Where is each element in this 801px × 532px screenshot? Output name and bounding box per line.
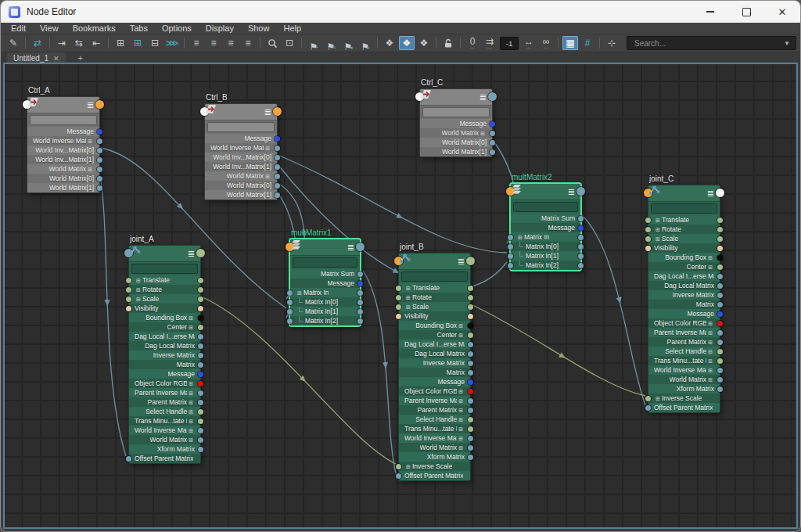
bookmark-edit-button[interactable]: ⚑✎ bbox=[323, 36, 339, 50]
output-plug-pin[interactable] bbox=[468, 351, 473, 357]
attribute-row-matrix-in-2[interactable]: Matrix In[2] bbox=[290, 316, 360, 325]
input-plug-pin[interactable] bbox=[396, 295, 401, 300]
close-button[interactable]: ✕ bbox=[764, 1, 800, 23]
menu-item-help[interactable]: Help bbox=[276, 23, 308, 33]
header-input-pin[interactable] bbox=[23, 100, 31, 109]
expand-icon[interactable]: ⊞ bbox=[406, 286, 411, 291]
infinite-depth-button[interactable]: ∞⋯ bbox=[538, 36, 554, 50]
output-plug-pin[interactable] bbox=[468, 342, 473, 347]
node-name-field[interactable] bbox=[131, 264, 198, 274]
input-plug-pin[interactable] bbox=[396, 473, 401, 479]
output-plug-pin[interactable] bbox=[198, 315, 203, 321]
attribute-row-dag-local-matrix[interactable]: Dag Local Matrix bbox=[399, 349, 470, 358]
expand-icon[interactable]: ⊞ bbox=[88, 167, 92, 172]
attach-to-grid-button[interactable]: # bbox=[580, 36, 595, 50]
output-plug-pin[interactable] bbox=[468, 286, 473, 291]
attribute-row-message[interactable]: Message bbox=[129, 369, 200, 379]
node-ctrl-a[interactable]: Ctrl_A≣MessageWorld Inverse Matrix⊞World… bbox=[27, 96, 100, 193]
attribute-row-center[interactable]: Center⊞ bbox=[129, 322, 200, 332]
attribute-row-dag-local-i-erse-matrix[interactable]: Dag Local I...erse Matrix bbox=[399, 340, 470, 349]
node-header[interactable]: ≣ bbox=[27, 97, 99, 113]
output-plug-pin[interactable] bbox=[198, 409, 203, 415]
expand-icon[interactable]: ⊞ bbox=[297, 290, 302, 296]
attribute-row-select-handle[interactable]: Select Handle⊞ bbox=[129, 407, 200, 416]
output-plug-pin[interactable] bbox=[717, 330, 723, 336]
output-plug-pin[interactable] bbox=[717, 246, 723, 251]
header-input-pin[interactable] bbox=[506, 187, 515, 196]
expand-icon[interactable]: ⊞ bbox=[708, 368, 713, 373]
expand-icon[interactable]: ⊞ bbox=[406, 295, 411, 300]
node-menu-icon[interactable]: ≣ bbox=[347, 243, 354, 252]
attribute-row-matrix-sum[interactable]: Matrix Sum bbox=[290, 269, 360, 279]
output-plug-pin[interactable] bbox=[97, 157, 102, 163]
node-name-field[interactable] bbox=[207, 122, 275, 132]
expand-icon[interactable]: ⊞ bbox=[189, 428, 193, 433]
expand-icon[interactable]: ⊞ bbox=[708, 330, 713, 336]
attribute-row-message[interactable]: Message bbox=[290, 279, 360, 288]
output-connections-button[interactable]: ⇤ bbox=[88, 36, 104, 50]
node-name-field[interactable] bbox=[422, 107, 490, 117]
output-plug-pin[interactable] bbox=[275, 183, 280, 189]
header-output-pin[interactable] bbox=[488, 92, 497, 101]
output-plug-pin[interactable] bbox=[578, 235, 584, 240]
node-menu-icon[interactable]: ≣ bbox=[264, 108, 271, 117]
input-plug-pin[interactable] bbox=[508, 235, 513, 240]
attribute-row-bounding-box[interactable]: Bounding Box⊞ bbox=[648, 253, 720, 262]
search-graph-button[interactable] bbox=[264, 36, 280, 50]
expand-icon[interactable]: ⊞ bbox=[480, 131, 485, 136]
menu-item-tabs[interactable]: Tabs bbox=[123, 23, 155, 33]
expand-icon[interactable]: ⊞ bbox=[708, 255, 713, 261]
input-plug-pin[interactable] bbox=[645, 217, 651, 223]
output-plug-pin[interactable] bbox=[198, 447, 203, 452]
attribute-row-world-matrix-0[interactable]: World Matrix[0] bbox=[205, 181, 277, 190]
expand-icon[interactable]: ⊞ bbox=[458, 398, 463, 404]
output-plug-pin[interactable] bbox=[468, 332, 473, 338]
attribute-row-world-matrix-0[interactable]: World Matrix[0] bbox=[27, 174, 99, 183]
output-plug-pin[interactable] bbox=[97, 167, 102, 172]
attribute-row-scale[interactable]: ⊞Scale bbox=[399, 302, 470, 311]
output-plug-pin[interactable] bbox=[717, 255, 723, 261]
output-plug-pin[interactable] bbox=[357, 281, 363, 286]
attribute-row-dag-local-i-erse-matrix[interactable]: Dag Local I...erse Matrix bbox=[129, 332, 200, 341]
node-name-field[interactable] bbox=[401, 271, 468, 282]
attribute-row-message[interactable]: Message bbox=[399, 377, 470, 386]
attribute-row-select-handle[interactable]: Select Handle⊞ bbox=[399, 415, 470, 424]
output-plug-pin[interactable] bbox=[717, 236, 723, 242]
bookmark-add-button[interactable]: ⚑+ bbox=[306, 36, 321, 50]
expand-icon[interactable]: ⊞ bbox=[136, 287, 141, 293]
output-plug-pin[interactable] bbox=[97, 185, 102, 191]
expand-icon[interactable]: ⊞ bbox=[406, 304, 411, 310]
expand-icon[interactable]: ⊞ bbox=[458, 323, 463, 329]
expand-icon[interactable]: ⊞ bbox=[518, 235, 523, 240]
node-menu-icon[interactable]: ≣ bbox=[188, 250, 195, 258]
output-plug-pin[interactable] bbox=[468, 379, 473, 385]
graph-search-box[interactable]: ▼ bbox=[627, 36, 796, 50]
output-plug-pin[interactable] bbox=[198, 372, 203, 377]
attribute-row-object-color-rgb[interactable]: Object Color RGB⊞ bbox=[399, 386, 470, 396]
display-all-attributes-button[interactable]: ≡ bbox=[223, 36, 239, 50]
header-input-pin[interactable] bbox=[394, 257, 403, 265]
output-plug-pin[interactable] bbox=[468, 361, 473, 366]
output-plug-pin[interactable] bbox=[275, 174, 280, 179]
input-plug-pin[interactable] bbox=[645, 405, 651, 411]
output-plug-pin[interactable] bbox=[97, 148, 102, 153]
expand-icon[interactable]: ⊞ bbox=[265, 174, 270, 179]
attribute-row-world-inv-matrix-0[interactable]: World Inv...Matrix[0] bbox=[205, 153, 277, 162]
expand-icon[interactable]: ⊞ bbox=[708, 264, 713, 270]
output-plug-pin[interactable] bbox=[198, 381, 203, 386]
attribute-row-matrix-in[interactable]: ⊞Matrix In bbox=[290, 288, 360, 297]
output-plug-pin[interactable] bbox=[578, 225, 584, 231]
header-input-pin[interactable] bbox=[644, 189, 652, 197]
output-plug-pin[interactable] bbox=[717, 264, 723, 270]
node-header[interactable]: ≣ bbox=[511, 184, 580, 200]
menu-item-edit[interactable]: Edit bbox=[4, 23, 33, 33]
display-connected-attributes-button[interactable]: ≡ bbox=[206, 36, 221, 50]
attribute-row-bounding-box[interactable]: Bounding Box⊞ bbox=[399, 321, 470, 330]
attribute-row-world-inverse-matrix[interactable]: World Inverse Matrix⊞ bbox=[129, 426, 200, 435]
header-output-pin[interactable] bbox=[577, 187, 585, 196]
attribute-row-dag-local-matrix[interactable]: Dag Local Matrix bbox=[129, 341, 200, 350]
output-plug-pin[interactable] bbox=[490, 149, 495, 155]
expand-icon[interactable]: ⊞ bbox=[406, 464, 411, 469]
node-ctrl-b[interactable]: Ctrl_B≣MessageWorld Inverse Matrix⊞World… bbox=[204, 103, 278, 200]
display-custom-attributes-button[interactable]: ≡ bbox=[240, 36, 256, 50]
